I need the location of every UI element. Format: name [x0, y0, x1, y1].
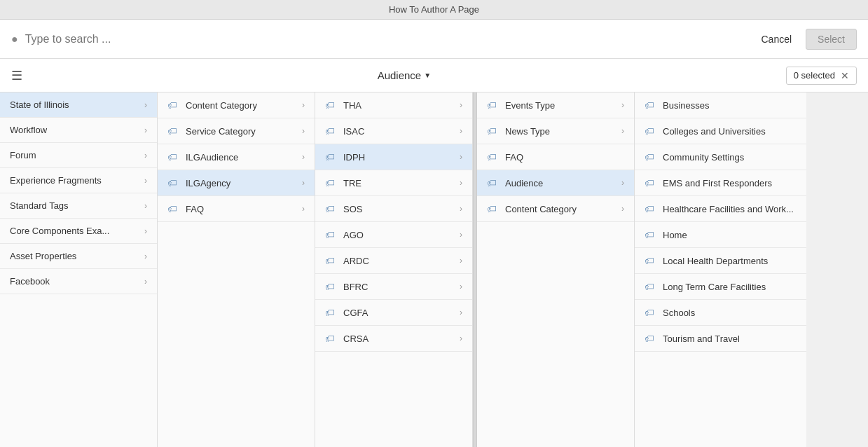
title-bar: How To Author A Page — [0, 0, 868, 20]
item-label: Community Settings — [663, 152, 744, 163]
list-item[interactable]: Standard Tags› — [0, 193, 157, 219]
item-label: Tourism and Travel — [663, 333, 740, 344]
sidebar-toggle-icon[interactable]: ☰ — [11, 68, 22, 83]
badge-close-icon[interactable]: ✕ — [841, 70, 849, 81]
list-item[interactable]: Experience Fragments› — [0, 168, 157, 193]
list-item[interactable]: 🏷Colleges and Universities — [635, 118, 806, 144]
list-item[interactable]: 🏷Healthcare Facilities and Work... — [635, 196, 806, 222]
item-label: TRE — [343, 178, 361, 188]
item-label: FAQ — [505, 152, 523, 163]
item-label: Long Term Care Facilities — [663, 282, 766, 292]
list-item[interactable]: Workflow› — [0, 118, 157, 143]
list-item[interactable]: 🏷ILGAudience› — [158, 144, 315, 170]
search-icon: ● — [11, 33, 18, 46]
list-item[interactable]: 🏷Audience› — [477, 170, 634, 196]
chevron-right-icon: › — [144, 125, 147, 135]
search-bar: ● Cancel Select — [0, 20, 868, 59]
chevron-down-icon: ▼ — [424, 71, 431, 79]
tag-icon: 🏷 — [645, 177, 656, 188]
list-item[interactable]: 🏷CGFA› — [315, 300, 472, 326]
list-item[interactable]: 🏷Tourism and Travel — [635, 326, 806, 352]
item-label: Service Category — [186, 126, 256, 137]
list-item[interactable]: 🏷Content Category› — [477, 196, 634, 222]
cancel-button[interactable]: Cancel — [752, 29, 800, 49]
item-label: News Type — [505, 126, 550, 137]
list-item[interactable]: 🏷Schools — [635, 300, 806, 326]
list-item[interactable]: 🏷Content Category› — [158, 92, 315, 118]
list-item[interactable]: 🏷Local Health Departments — [635, 248, 806, 274]
list-item[interactable]: 🏷TRE› — [315, 170, 472, 196]
chevron-right-icon: › — [302, 178, 305, 188]
list-item[interactable]: Facebook› — [0, 269, 157, 294]
list-item[interactable]: 🏷News Type› — [477, 118, 634, 144]
column-1: State of Illinois›Workflow›Forum›Experie… — [0, 92, 158, 447]
chevron-right-icon: › — [302, 152, 305, 162]
list-item[interactable]: 🏷AGO› — [315, 222, 472, 248]
list-item[interactable]: 🏷FAQ› — [158, 196, 315, 222]
list-item[interactable]: 🏷CRSA› — [315, 326, 472, 352]
list-item[interactable]: 🏷ISAC› — [315, 118, 472, 144]
tag-icon: 🏷 — [167, 125, 179, 137]
list-item[interactable]: Forum› — [0, 143, 157, 168]
list-item[interactable]: 🏷ARDC› — [315, 248, 472, 274]
tag-icon: 🏷 — [325, 281, 336, 292]
chevron-right-icon: › — [460, 204, 462, 214]
tag-icon: 🏷 — [645, 229, 656, 240]
list-item[interactable]: 🏷FAQ — [477, 144, 634, 170]
item-label: THA — [343, 100, 361, 111]
item-label: Colleges and Universities — [663, 126, 766, 137]
chevron-right-icon: › — [302, 126, 305, 136]
chevron-right-icon: › — [621, 100, 624, 110]
list-item[interactable]: 🏷SOS› — [315, 196, 472, 222]
tag-icon: 🏷 — [487, 203, 498, 214]
tag-icon: 🏷 — [645, 125, 656, 137]
list-item[interactable]: Asset Properties› — [0, 244, 157, 269]
tag-icon: 🏷 — [645, 99, 656, 111]
list-item[interactable]: 🏷Events Type› — [477, 92, 634, 118]
list-item[interactable]: Core Components Exa...› — [0, 219, 157, 244]
chevron-right-icon: › — [460, 282, 462, 291]
tag-icon: 🏷 — [325, 99, 336, 111]
item-label: Workflow — [10, 125, 47, 135]
tag-icon: 🏷 — [487, 177, 498, 188]
search-input[interactable] — [25, 33, 746, 46]
list-item[interactable]: 🏷Home — [635, 222, 806, 248]
select-button[interactable]: Select — [806, 29, 857, 50]
tag-icon: 🏷 — [487, 125, 498, 137]
column-5: 🏷Businesses🏷Colleges and Universities🏷Co… — [635, 92, 806, 447]
tag-icon: 🏷 — [645, 307, 656, 318]
audience-dropdown[interactable]: Audience ▼ — [378, 69, 431, 81]
list-item[interactable]: 🏷THA› — [315, 92, 472, 118]
tag-icon: 🏷 — [325, 203, 336, 214]
chevron-right-icon: › — [144, 201, 147, 211]
item-label: Content Category — [505, 204, 577, 214]
item-label: State of Illinois — [10, 99, 69, 110]
selected-count: 0 selected — [794, 70, 835, 81]
list-item[interactable]: 🏷ILGAgency› — [158, 170, 315, 196]
list-item[interactable]: 🏷Long Term Care Facilities — [635, 274, 806, 300]
chevron-right-icon: › — [302, 204, 305, 214]
list-item[interactable]: 🏷Businesses — [635, 92, 806, 118]
item-label: Standard Tags — [10, 200, 69, 211]
chevron-right-icon: › — [302, 100, 305, 110]
item-label: ILGAgency — [186, 178, 230, 188]
item-label: SOS — [343, 204, 362, 214]
chevron-right-icon: › — [621, 204, 624, 214]
list-item[interactable]: 🏷IDPH› — [315, 144, 472, 170]
list-item[interactable]: 🏷Community Settings — [635, 144, 806, 170]
item-label: EMS and First Responders — [663, 178, 772, 188]
item-label: CGFA — [343, 308, 368, 318]
list-item[interactable]: 🏷BFRC› — [315, 274, 472, 300]
page-title: How To Author A Page — [389, 4, 479, 15]
chevron-right-icon: › — [144, 277, 147, 287]
list-item[interactable]: 🏷EMS and First Responders — [635, 170, 806, 196]
list-item[interactable]: 🏷Service Category› — [158, 118, 315, 144]
chevron-right-icon: › — [621, 178, 624, 188]
chevron-right-icon: › — [144, 226, 147, 236]
item-label: Facebook — [10, 276, 50, 287]
list-item[interactable]: State of Illinois› — [0, 92, 157, 118]
tag-icon: 🏷 — [325, 255, 336, 266]
tag-icon: 🏷 — [325, 333, 336, 344]
chevron-right-icon: › — [460, 126, 462, 136]
item-label: Events Type — [505, 100, 555, 111]
